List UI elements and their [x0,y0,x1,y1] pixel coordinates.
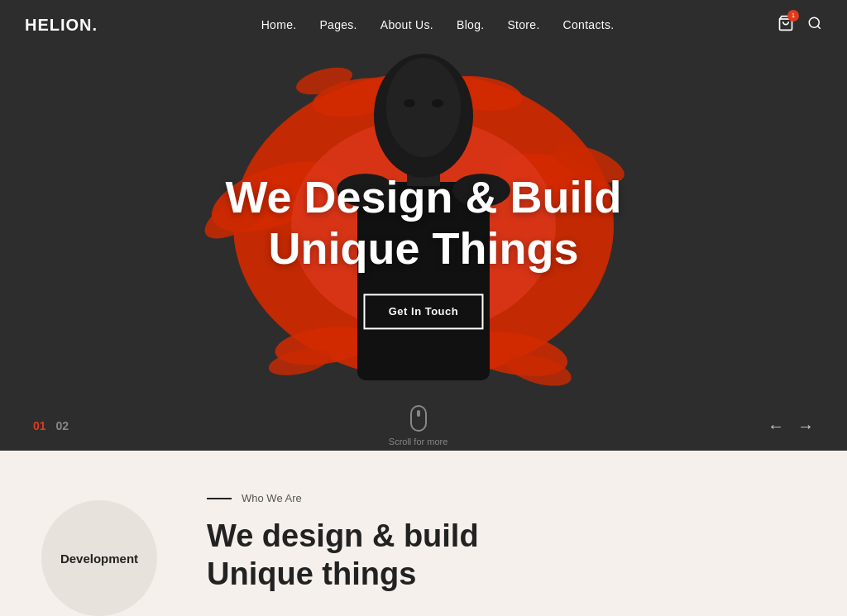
prev-arrow[interactable]: ← [768,417,784,436]
scroll-hint: Scroll for more [389,405,448,446]
slide-indicators: 01 02 [33,419,69,432]
cart-badge: 1 [787,10,799,21]
nav-link-store[interactable]: Store. [507,18,539,31]
scroll-label: Scroll for more [389,437,448,446]
section-title-line2: Unique things [207,556,416,591]
hero-title-line2: Unique Things [269,223,579,273]
cta-button[interactable]: Get In Touch [364,294,483,329]
hero-title: We Design & Build Unique Things [225,171,621,274]
svg-line-2 [817,26,820,28]
svg-point-21 [432,99,443,107]
hero-arrows: ← → [768,417,814,436]
nav-link-about[interactable]: About Us. [380,18,433,31]
nav-item-contacts[interactable]: Contacts. [563,17,615,32]
nav-link-home[interactable]: Home. [261,18,297,31]
slide-01[interactable]: 01 [33,419,46,432]
hero-title-line1: We Design & Build [225,172,621,222]
svg-point-19 [386,58,461,157]
slide-02[interactable]: 02 [56,419,69,432]
hero-section: We Design & Build Unique Things Get In T… [0,0,847,451]
site-logo[interactable]: HELION. [25,16,98,35]
scroll-wheel [417,410,420,417]
nav-link-pages[interactable]: Pages. [319,18,357,31]
who-we-are: Who We Are We design & build Unique thin… [207,484,479,593]
nav-link-contacts[interactable]: Contacts. [563,18,615,31]
nav-item-about[interactable]: About Us. [380,17,433,32]
next-arrow[interactable]: → [797,417,814,436]
site-header: HELION. Home. Pages. About Us. Blog. Sto… [0,0,847,50]
main-nav: Home. Pages. About Us. Blog. Store. Cont… [261,17,615,32]
nav-item-blog[interactable]: Blog. [457,17,484,32]
section-label: Who We Are [207,492,479,504]
below-hero-section: Development Who We Are We design & build… [0,451,847,616]
hero-bottom-bar: 01 02 Scroll for more ← → [0,401,847,451]
development-label: Development [60,552,138,566]
nav-item-pages[interactable]: Pages. [319,17,357,32]
header-icons: 1 [778,15,822,36]
svg-point-20 [404,99,415,107]
nav-item-store[interactable]: Store. [507,17,539,32]
development-circle: Development [41,500,157,616]
search-icon[interactable] [807,16,822,35]
section-title-line1: We design & build [207,518,479,553]
cart-icon[interactable]: 1 [778,15,794,36]
section-label-text: Who We Are [242,492,302,504]
nav-link-blog[interactable]: Blog. [457,18,484,31]
nav-item-home[interactable]: Home. [261,17,297,32]
section-line [207,498,232,499]
nav-list: Home. Pages. About Us. Blog. Store. Cont… [261,17,615,32]
svg-point-1 [809,17,819,27]
hero-content: We Design & Build Unique Things Get In T… [225,171,621,329]
scroll-mouse-icon [410,405,427,432]
section-title: We design & build Unique things [207,518,479,593]
